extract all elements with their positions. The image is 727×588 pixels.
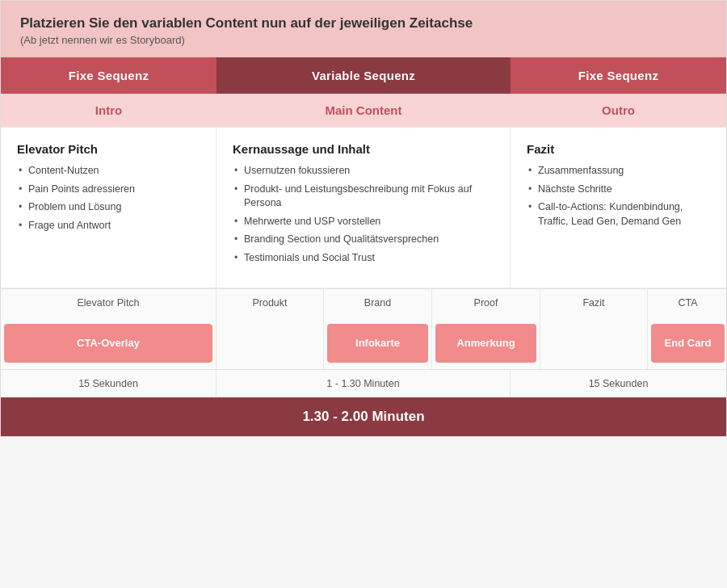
- total-row: 1.30 - 2.00 Minuten: [1, 397, 726, 436]
- total-duration: 1.30 - 2.00 Minuten: [302, 409, 424, 424]
- card-anmerkung-cell: Anmerkung: [432, 317, 540, 369]
- header: Platzieren Sie den variablen Content nun…: [1, 1, 726, 57]
- sequence-row: Fixe Sequenz Variable Sequenz Fixe Seque…: [1, 57, 726, 94]
- section-main: Main Content: [216, 94, 511, 127]
- card-produkt-cell: [216, 317, 324, 369]
- header-title: Platzieren Sie den variablen Content nun…: [20, 15, 707, 32]
- content-row: Elevator Pitch Content-Nutzen Pain Point…: [1, 127, 726, 288]
- card-cta-overlay: CTA-Overlay: [4, 324, 212, 363]
- list-item: Mehrwerte und USP vorstellen: [233, 215, 494, 229]
- card-infokarte-cell: Infokarte: [324, 317, 432, 369]
- duration-right: 15 Sekunden: [511, 370, 726, 397]
- section-outro: Outro: [511, 94, 726, 127]
- duration-middle: 1 - 1.30 Minuten: [216, 370, 511, 397]
- kernaussage-cell: Kernaussage und Inhalt Usernutzen fokuss…: [216, 128, 511, 288]
- card-cta-overlay-cell: CTA-Overlay: [1, 317, 216, 369]
- sequence-middle: Variable Sequenz: [216, 57, 511, 94]
- kernaussage-list: Usernutzen fokussieren Produkt- und Leis…: [233, 164, 494, 265]
- sequence-right: Fixe Sequenz: [511, 57, 726, 94]
- label-cta: CTA: [648, 289, 727, 317]
- card-end-card-cell: End Card: [648, 317, 727, 369]
- list-item: Nächste Schritte: [527, 183, 710, 197]
- header-subtitle: (Ab jetzt nennen wir es Storyboard): [20, 34, 707, 46]
- fazit-cell: Fazit Zusammenfassung Nächste Schritte C…: [511, 128, 726, 288]
- label-proof: Proof: [432, 289, 540, 317]
- elevator-pitch-title: Elevator Pitch: [17, 142, 200, 156]
- list-item: Pain Points adressieren: [17, 183, 200, 197]
- card-infokarte: Infokarte: [327, 324, 428, 363]
- fazit-title: Fazit: [527, 142, 710, 156]
- duration-row: 15 Sekunden 1 - 1.30 Minuten 15 Sekunden: [1, 369, 726, 397]
- main-container: Platzieren Sie den variablen Content nun…: [0, 0, 727, 437]
- section-row: Intro Main Content Outro: [1, 94, 726, 127]
- labels-row: Elevator Pitch Produkt Brand Proof Fazit…: [1, 288, 726, 317]
- elevator-pitch-cell: Elevator Pitch Content-Nutzen Pain Point…: [1, 128, 216, 288]
- list-item: Zusammenfassung: [527, 164, 710, 178]
- fazit-list: Zusammenfassung Nächste Schritte Call-to…: [527, 164, 710, 229]
- section-intro: Intro: [1, 94, 216, 127]
- label-elevator-pitch: Elevator Pitch: [1, 289, 216, 317]
- kernaussage-title: Kernaussage und Inhalt: [233, 142, 494, 156]
- list-item: Problem und Lösung: [17, 200, 200, 215]
- label-produkt: Produkt: [216, 289, 324, 317]
- list-item: Produkt- und Leistungsbeschreibung mit F…: [233, 183, 494, 211]
- label-fazit: Fazit: [540, 289, 648, 317]
- list-item: Usernutzen fokussieren: [233, 164, 494, 178]
- list-item: Content-Nutzen: [17, 164, 200, 178]
- label-brand: Brand: [324, 289, 432, 317]
- sequence-left: Fixe Sequenz: [1, 57, 216, 94]
- duration-left: 15 Sekunden: [1, 370, 216, 397]
- card-anmerkung: Anmerkung: [435, 324, 536, 363]
- card-fazit-cell: [540, 317, 648, 369]
- list-item: Frage und Antwort: [17, 219, 200, 233]
- card-end-card: End Card: [651, 324, 725, 363]
- list-item: Branding Section und Qualitätsverspreche…: [233, 233, 494, 247]
- elevator-pitch-list: Content-Nutzen Pain Points adressieren P…: [17, 164, 200, 233]
- list-item: Call-to-Actions: Kundenbindung, Traffic,…: [527, 200, 710, 229]
- cards-row: CTA-Overlay Infokarte Anmerkung End Card: [1, 317, 726, 369]
- list-item: Testimonials und Social Trust: [233, 251, 494, 266]
